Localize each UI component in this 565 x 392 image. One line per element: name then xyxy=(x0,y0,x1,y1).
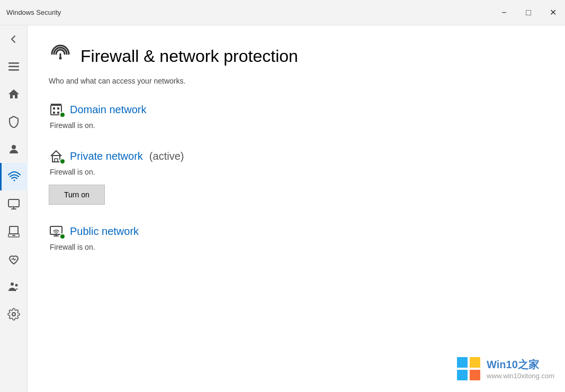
gear-icon xyxy=(7,308,20,321)
shield-icon xyxy=(7,115,20,128)
wifi-icon xyxy=(8,170,21,183)
sidebar-item-home[interactable] xyxy=(0,80,28,108)
svg-rect-6 xyxy=(10,226,18,234)
svg-rect-0 xyxy=(8,62,19,64)
domain-network-icon xyxy=(49,102,64,117)
svg-rect-19 xyxy=(51,104,61,106)
home-icon xyxy=(7,88,20,101)
turn-on-button[interactable]: Turn on xyxy=(49,185,105,205)
svg-point-4 xyxy=(14,180,15,181)
sidebar-item-settings[interactable] xyxy=(0,300,28,328)
svg-rect-27 xyxy=(470,370,480,380)
page-header: Firewall & network protection xyxy=(49,42,544,70)
svg-rect-26 xyxy=(457,370,468,380)
hamburger-button[interactable] xyxy=(0,53,28,80)
window-controls: − □ ✕ xyxy=(492,0,565,25)
sidebar-item-family[interactable] xyxy=(0,273,28,300)
sidebar-item-app[interactable] xyxy=(0,190,28,218)
svg-rect-5 xyxy=(8,199,19,207)
domain-network-link[interactable]: Domain network xyxy=(70,104,147,116)
app-title: Windows Security xyxy=(6,8,61,16)
health-icon xyxy=(7,253,20,266)
family-icon xyxy=(7,280,20,293)
svg-rect-2 xyxy=(8,69,19,71)
network-section-domain: Domain network Firewall is on. xyxy=(49,102,544,130)
watermark-text: Win10之家 www.win10xitong.com xyxy=(487,358,554,380)
sidebar-item-firewall[interactable] xyxy=(0,163,28,190)
domain-network-header: Domain network xyxy=(49,102,544,117)
sidebar xyxy=(0,25,28,392)
domain-network-status: Firewall is on. xyxy=(50,121,544,130)
firewall-page-icon xyxy=(49,42,72,66)
private-status-badge xyxy=(59,158,66,165)
back-button[interactable] xyxy=(0,25,28,53)
close-button[interactable]: ✕ xyxy=(541,0,565,25)
svg-rect-1 xyxy=(8,66,19,68)
watermark-site: www.win10xitong.com xyxy=(487,372,554,380)
public-network-link[interactable]: Public network xyxy=(70,225,139,238)
sidebar-item-device[interactable] xyxy=(0,218,28,245)
minimize-button[interactable]: − xyxy=(492,0,516,25)
page-title: Firewall & network protection xyxy=(80,47,298,66)
maximize-button[interactable]: □ xyxy=(516,0,541,25)
sidebar-item-virus[interactable] xyxy=(0,108,28,135)
private-network-status: Firewall is on. xyxy=(50,168,544,176)
svg-rect-16 xyxy=(57,107,59,110)
hamburger-icon xyxy=(8,62,19,71)
computer-icon xyxy=(7,225,20,238)
public-network-status: Firewall is on. xyxy=(50,243,544,251)
svg-point-23 xyxy=(56,233,57,234)
svg-point-8 xyxy=(11,282,14,286)
sidebar-item-account[interactable] xyxy=(0,135,28,163)
private-network-link[interactable]: Private network xyxy=(70,150,143,162)
private-network-icon xyxy=(49,149,64,163)
sidebar-item-health[interactable] xyxy=(0,245,28,273)
watermark: Win10之家 www.win10xitong.com xyxy=(456,356,554,381)
back-icon xyxy=(9,34,19,44)
monitor-icon xyxy=(7,198,20,211)
person-icon xyxy=(7,143,20,156)
domain-status-badge xyxy=(59,112,66,118)
svg-rect-15 xyxy=(53,107,55,110)
app-body: Firewall & network protection Who and wh… xyxy=(0,25,565,392)
svg-rect-17 xyxy=(53,112,55,114)
svg-rect-25 xyxy=(470,357,480,368)
svg-point-3 xyxy=(12,145,16,149)
windows-logo xyxy=(456,356,481,381)
network-section-public: Public network Firewall is on. xyxy=(49,224,544,251)
network-section-private: Private network (active) Firewall is on.… xyxy=(49,149,544,205)
private-network-tag: (active) xyxy=(149,150,184,162)
svg-point-9 xyxy=(15,284,17,287)
page-header-icon xyxy=(49,42,72,70)
public-network-icon xyxy=(49,224,64,239)
svg-point-10 xyxy=(12,313,15,316)
page-subtitle: Who and what can access your networks. xyxy=(49,77,544,85)
public-network-header: Public network xyxy=(49,224,544,239)
public-status-badge xyxy=(59,233,66,240)
title-bar: Windows Security − □ ✕ xyxy=(0,0,565,25)
main-content: Firewall & network protection Who and wh… xyxy=(28,25,565,392)
watermark-brand: Win10之家 xyxy=(487,358,554,372)
svg-rect-24 xyxy=(457,357,468,368)
private-network-header: Private network (active) xyxy=(49,149,544,163)
